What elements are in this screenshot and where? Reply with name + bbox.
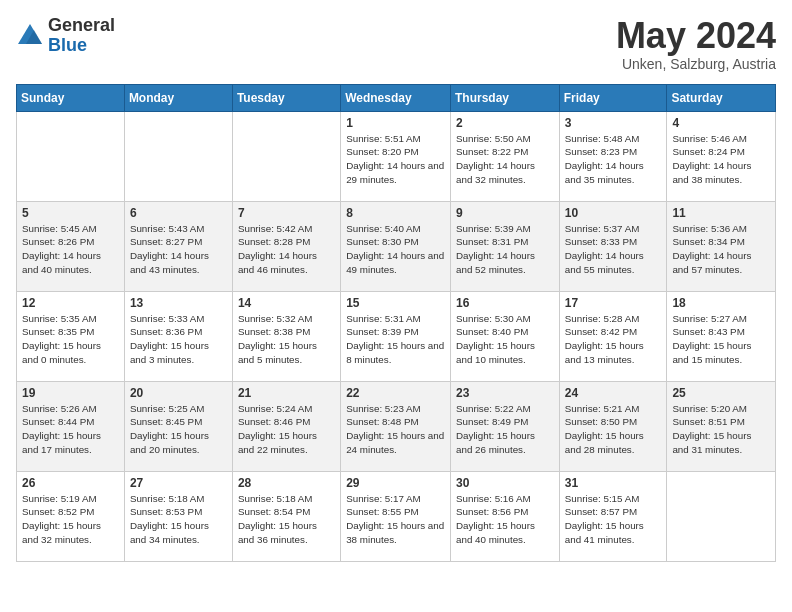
day-number: 22 — [346, 386, 445, 400]
day-number: 10 — [565, 206, 662, 220]
day-number: 1 — [346, 116, 445, 130]
calendar-cell: 6Sunrise: 5:43 AM Sunset: 8:27 PM Daylig… — [124, 201, 232, 291]
calendar-week-5: 26Sunrise: 5:19 AM Sunset: 8:52 PM Dayli… — [17, 471, 776, 561]
day-info: Sunrise: 5:50 AM Sunset: 8:22 PM Dayligh… — [456, 132, 554, 187]
calendar-week-2: 5Sunrise: 5:45 AM Sunset: 8:26 PM Daylig… — [17, 201, 776, 291]
day-info: Sunrise: 5:32 AM Sunset: 8:38 PM Dayligh… — [238, 312, 335, 367]
calendar-cell: 25Sunrise: 5:20 AM Sunset: 8:51 PM Dayli… — [667, 381, 776, 471]
calendar-cell: 12Sunrise: 5:35 AM Sunset: 8:35 PM Dayli… — [17, 291, 125, 381]
calendar-cell: 15Sunrise: 5:31 AM Sunset: 8:39 PM Dayli… — [341, 291, 451, 381]
day-info: Sunrise: 5:48 AM Sunset: 8:23 PM Dayligh… — [565, 132, 662, 187]
day-number: 11 — [672, 206, 770, 220]
day-number: 8 — [346, 206, 445, 220]
day-number: 7 — [238, 206, 335, 220]
logo-general-text: General — [48, 15, 115, 35]
calendar-cell: 4Sunrise: 5:46 AM Sunset: 8:24 PM Daylig… — [667, 111, 776, 201]
day-info: Sunrise: 5:25 AM Sunset: 8:45 PM Dayligh… — [130, 402, 227, 457]
day-info: Sunrise: 5:33 AM Sunset: 8:36 PM Dayligh… — [130, 312, 227, 367]
day-number: 15 — [346, 296, 445, 310]
calendar-cell: 9Sunrise: 5:39 AM Sunset: 8:31 PM Daylig… — [451, 201, 560, 291]
calendar-cell: 24Sunrise: 5:21 AM Sunset: 8:50 PM Dayli… — [559, 381, 667, 471]
day-number: 28 — [238, 476, 335, 490]
weekday-wednesday: Wednesday — [341, 84, 451, 111]
day-info: Sunrise: 5:39 AM Sunset: 8:31 PM Dayligh… — [456, 222, 554, 277]
day-number: 2 — [456, 116, 554, 130]
location-text: Unken, Salzburg, Austria — [616, 56, 776, 72]
day-number: 30 — [456, 476, 554, 490]
calendar-cell: 31Sunrise: 5:15 AM Sunset: 8:57 PM Dayli… — [559, 471, 667, 561]
day-number: 13 — [130, 296, 227, 310]
day-number: 6 — [130, 206, 227, 220]
day-number: 3 — [565, 116, 662, 130]
calendar-cell: 21Sunrise: 5:24 AM Sunset: 8:46 PM Dayli… — [232, 381, 340, 471]
calendar-cell: 10Sunrise: 5:37 AM Sunset: 8:33 PM Dayli… — [559, 201, 667, 291]
day-number: 21 — [238, 386, 335, 400]
day-info: Sunrise: 5:27 AM Sunset: 8:43 PM Dayligh… — [672, 312, 770, 367]
calendar-cell — [124, 111, 232, 201]
weekday-tuesday: Tuesday — [232, 84, 340, 111]
day-number: 20 — [130, 386, 227, 400]
day-number: 31 — [565, 476, 662, 490]
calendar-week-1: 1Sunrise: 5:51 AM Sunset: 8:20 PM Daylig… — [17, 111, 776, 201]
day-info: Sunrise: 5:15 AM Sunset: 8:57 PM Dayligh… — [565, 492, 662, 547]
logo-icon — [16, 22, 44, 50]
calendar-cell: 30Sunrise: 5:16 AM Sunset: 8:56 PM Dayli… — [451, 471, 560, 561]
title-block: May 2024 Unken, Salzburg, Austria — [616, 16, 776, 72]
day-number: 23 — [456, 386, 554, 400]
day-number: 16 — [456, 296, 554, 310]
day-info: Sunrise: 5:21 AM Sunset: 8:50 PM Dayligh… — [565, 402, 662, 457]
day-info: Sunrise: 5:20 AM Sunset: 8:51 PM Dayligh… — [672, 402, 770, 457]
day-info: Sunrise: 5:18 AM Sunset: 8:53 PM Dayligh… — [130, 492, 227, 547]
calendar-cell: 18Sunrise: 5:27 AM Sunset: 8:43 PM Dayli… — [667, 291, 776, 381]
day-info: Sunrise: 5:35 AM Sunset: 8:35 PM Dayligh… — [22, 312, 119, 367]
day-info: Sunrise: 5:43 AM Sunset: 8:27 PM Dayligh… — [130, 222, 227, 277]
calendar-cell: 23Sunrise: 5:22 AM Sunset: 8:49 PM Dayli… — [451, 381, 560, 471]
day-info: Sunrise: 5:26 AM Sunset: 8:44 PM Dayligh… — [22, 402, 119, 457]
day-number: 14 — [238, 296, 335, 310]
calendar-cell: 26Sunrise: 5:19 AM Sunset: 8:52 PM Dayli… — [17, 471, 125, 561]
day-number: 12 — [22, 296, 119, 310]
calendar-week-3: 12Sunrise: 5:35 AM Sunset: 8:35 PM Dayli… — [17, 291, 776, 381]
logo: General Blue — [16, 16, 115, 56]
weekday-header-row: SundayMondayTuesdayWednesdayThursdayFrid… — [17, 84, 776, 111]
calendar-cell: 8Sunrise: 5:40 AM Sunset: 8:30 PM Daylig… — [341, 201, 451, 291]
day-number: 4 — [672, 116, 770, 130]
day-number: 17 — [565, 296, 662, 310]
day-info: Sunrise: 5:16 AM Sunset: 8:56 PM Dayligh… — [456, 492, 554, 547]
day-info: Sunrise: 5:23 AM Sunset: 8:48 PM Dayligh… — [346, 402, 445, 457]
calendar-cell: 16Sunrise: 5:30 AM Sunset: 8:40 PM Dayli… — [451, 291, 560, 381]
day-number: 5 — [22, 206, 119, 220]
day-number: 19 — [22, 386, 119, 400]
calendar-cell: 17Sunrise: 5:28 AM Sunset: 8:42 PM Dayli… — [559, 291, 667, 381]
day-info: Sunrise: 5:37 AM Sunset: 8:33 PM Dayligh… — [565, 222, 662, 277]
calendar-body: 1Sunrise: 5:51 AM Sunset: 8:20 PM Daylig… — [17, 111, 776, 561]
calendar-cell: 27Sunrise: 5:18 AM Sunset: 8:53 PM Dayli… — [124, 471, 232, 561]
calendar-cell — [667, 471, 776, 561]
weekday-friday: Friday — [559, 84, 667, 111]
day-info: Sunrise: 5:28 AM Sunset: 8:42 PM Dayligh… — [565, 312, 662, 367]
day-info: Sunrise: 5:42 AM Sunset: 8:28 PM Dayligh… — [238, 222, 335, 277]
weekday-thursday: Thursday — [451, 84, 560, 111]
day-info: Sunrise: 5:24 AM Sunset: 8:46 PM Dayligh… — [238, 402, 335, 457]
day-number: 25 — [672, 386, 770, 400]
day-number: 27 — [130, 476, 227, 490]
day-info: Sunrise: 5:17 AM Sunset: 8:55 PM Dayligh… — [346, 492, 445, 547]
day-info: Sunrise: 5:30 AM Sunset: 8:40 PM Dayligh… — [456, 312, 554, 367]
calendar-cell: 28Sunrise: 5:18 AM Sunset: 8:54 PM Dayli… — [232, 471, 340, 561]
weekday-sunday: Sunday — [17, 84, 125, 111]
day-info: Sunrise: 5:45 AM Sunset: 8:26 PM Dayligh… — [22, 222, 119, 277]
day-number: 18 — [672, 296, 770, 310]
weekday-saturday: Saturday — [667, 84, 776, 111]
day-info: Sunrise: 5:19 AM Sunset: 8:52 PM Dayligh… — [22, 492, 119, 547]
calendar-cell — [17, 111, 125, 201]
calendar-table: SundayMondayTuesdayWednesdayThursdayFrid… — [16, 84, 776, 562]
calendar-cell: 29Sunrise: 5:17 AM Sunset: 8:55 PM Dayli… — [341, 471, 451, 561]
day-number: 9 — [456, 206, 554, 220]
calendar-cell: 1Sunrise: 5:51 AM Sunset: 8:20 PM Daylig… — [341, 111, 451, 201]
month-title: May 2024 — [616, 16, 776, 56]
calendar-cell: 22Sunrise: 5:23 AM Sunset: 8:48 PM Dayli… — [341, 381, 451, 471]
day-info: Sunrise: 5:18 AM Sunset: 8:54 PM Dayligh… — [238, 492, 335, 547]
day-info: Sunrise: 5:22 AM Sunset: 8:49 PM Dayligh… — [456, 402, 554, 457]
day-number: 29 — [346, 476, 445, 490]
calendar-cell: 11Sunrise: 5:36 AM Sunset: 8:34 PM Dayli… — [667, 201, 776, 291]
